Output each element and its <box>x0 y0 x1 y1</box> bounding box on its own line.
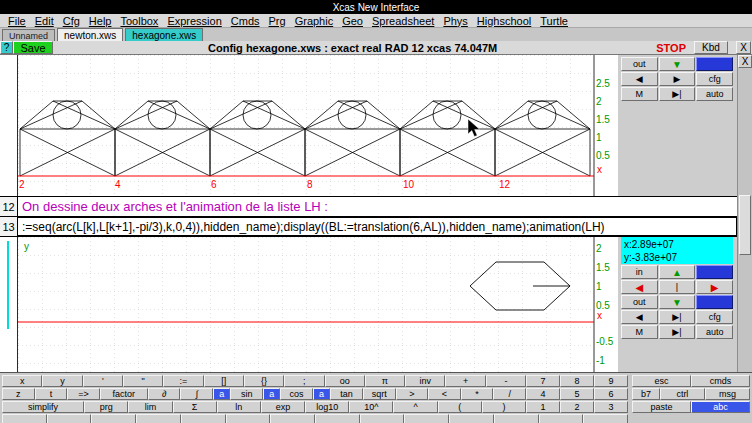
graph1-plot-area[interactable]: 2.5 2 1.5 1 0.5 2 4 6 8 10 12 <box>18 55 618 196</box>
keyboard-key[interactable]: y <box>42 375 82 387</box>
keyboard-key[interactable] <box>583 414 628 423</box>
comment-text[interactable]: On dessine deux arches et l'animation de… <box>18 197 737 216</box>
keyboard-key[interactable] <box>315 414 360 423</box>
keyboard-key[interactable] <box>449 414 494 423</box>
session-tab[interactable]: hexagone.xws <box>125 28 203 41</box>
graph-control-button[interactable]: M <box>621 87 658 101</box>
keyboard-key[interactable]: 9 <box>594 375 628 387</box>
keyboard-key[interactable]: factor <box>100 388 148 400</box>
keyboard-key[interactable]: sqrt <box>363 388 396 400</box>
menu-item[interactable]: Graphic <box>295 15 334 27</box>
menu-item[interactable]: Help <box>89 15 112 27</box>
keyboard-key[interactable] <box>226 414 271 423</box>
config-status[interactable]: Config hexagone.xws : exact real RAD 12 … <box>53 42 652 54</box>
keyboard-key[interactable]: sin <box>230 388 263 400</box>
keyboard-key[interactable]: log10 <box>305 401 349 413</box>
keyboard-key[interactable]: ∫ <box>180 388 213 400</box>
menu-item[interactable]: Edit <box>35 15 54 27</box>
keyboard-key[interactable]: paste <box>632 401 691 413</box>
graph-control-button[interactable]: M <box>621 325 658 339</box>
graph-control-button[interactable]: ▶ <box>696 280 733 294</box>
session-scrollbar[interactable]: X <box>737 55 752 372</box>
menu-item[interactable]: Cfg <box>63 15 80 27</box>
graph-control-button[interactable]: ▶| <box>659 310 696 324</box>
session-tab[interactable]: Unnamed <box>2 29 55 41</box>
menu-item[interactable]: Highschool <box>477 15 531 27</box>
menu-item[interactable]: Spreadsheet <box>372 15 434 27</box>
keyboard-key[interactable]: t <box>35 388 68 400</box>
keyboard-key[interactable]: * <box>461 388 494 400</box>
keyboard-key[interactable] <box>181 414 226 423</box>
keyboard-key[interactable] <box>360 414 405 423</box>
menu-item[interactable]: Toolbox <box>120 15 158 27</box>
graph2-plot-area[interactable]: y 2 1.5 1 0.5 -0.5 -1 x <box>18 237 618 372</box>
graph-control-button[interactable]: ▼ <box>659 57 696 71</box>
keyboard-key[interactable]: ( <box>438 401 482 413</box>
keyboard-key[interactable]: / <box>493 388 526 400</box>
keyboard-key[interactable]: exp <box>261 401 305 413</box>
keyboard-key[interactable]: := <box>163 375 203 387</box>
keyboard-key[interactable]: ln <box>217 401 261 413</box>
graph-control-button[interactable]: in <box>621 265 658 279</box>
keyboard-key[interactable]: - <box>486 375 526 387</box>
keyboard-key[interactable]: => <box>67 388 100 400</box>
keyboard-key[interactable]: > <box>396 388 429 400</box>
stop-button[interactable]: STOP <box>656 42 686 54</box>
kbd-toggle-button[interactable]: Kbd <box>694 41 728 54</box>
graph-control-button[interactable]: ▶| <box>659 87 696 101</box>
keyboard-key[interactable] <box>404 414 449 423</box>
keyboard-key[interactable]: lim <box>128 401 172 413</box>
keyboard-key[interactable]: simplify <box>2 401 84 413</box>
menu-item[interactable]: Phys <box>443 15 467 27</box>
keyboard-key[interactable]: tan <box>330 388 363 400</box>
keyboard-key[interactable]: 5 <box>560 388 594 400</box>
keyboard-key[interactable]: [] <box>204 375 244 387</box>
help-button[interactable]: ? <box>0 41 13 54</box>
command-input[interactable]: :=seq(arc(L[k],L[k+1],-pi/3),k,0,4)),hid… <box>18 217 737 236</box>
graph-control-button[interactable]: ▶| <box>659 325 696 339</box>
graph-control-button[interactable]: cfg <box>696 72 733 86</box>
keyboard-key[interactable]: oo <box>325 375 365 387</box>
keyboard-key[interactable]: Σ <box>173 401 217 413</box>
graph-control-button[interactable] <box>696 57 733 71</box>
keyboard-key[interactable]: abc <box>691 401 750 413</box>
keyboard-key[interactable]: ; <box>284 375 324 387</box>
graph-control-button[interactable] <box>696 295 733 309</box>
keyboard-key[interactable]: π <box>365 375 405 387</box>
graph-control-button[interactable]: auto <box>696 87 733 101</box>
keyboard-key[interactable]: x <box>2 375 42 387</box>
keyboard-key[interactable]: inv <box>405 375 445 387</box>
graph-control-button[interactable]: ▼ <box>659 295 696 309</box>
keyboard-key[interactable]: 4 <box>526 388 560 400</box>
graph-control-button[interactable]: auto <box>696 325 733 339</box>
keyboard-key[interactable]: + <box>445 375 485 387</box>
keyboard-key[interactable]: {} <box>244 375 284 387</box>
keyboard-key[interactable]: prg <box>84 401 128 413</box>
menu-item[interactable]: File <box>8 15 26 27</box>
keyboard-key[interactable]: ∂ <box>148 388 181 400</box>
keyboard-key[interactable]: cmds <box>691 375 750 387</box>
keyboard-key[interactable] <box>91 414 136 423</box>
keyboard-key[interactable] <box>270 414 315 423</box>
graph-control-button[interactable]: ◀ <box>621 72 658 86</box>
keyboard-key[interactable]: 7 <box>526 375 560 387</box>
menu-item[interactable]: Prg <box>269 15 286 27</box>
graph-control-button[interactable]: ◀ <box>621 280 658 294</box>
scrollbar-thumb[interactable] <box>739 195 751 255</box>
keyboard-key[interactable]: 2 <box>560 401 594 413</box>
keyboard-key[interactable]: ) <box>482 401 526 413</box>
keyboard-key[interactable]: 3 <box>594 401 628 413</box>
keyboard-key[interactable]: a <box>263 388 280 400</box>
session-tab[interactable]: newton.xws <box>57 28 123 41</box>
keyboard-key[interactable]: 6 <box>594 388 628 400</box>
menu-item[interactable]: Cmds <box>231 15 260 27</box>
graph-control-button[interactable]: ▶ <box>659 72 696 86</box>
keyboard-key[interactable] <box>136 414 181 423</box>
graph-control-button[interactable]: cfg <box>696 310 733 324</box>
keyboard-key[interactable]: esc <box>632 375 691 387</box>
keyboard-key[interactable] <box>2 414 47 423</box>
menu-item[interactable]: Geo <box>342 15 363 27</box>
graph-control-button[interactable]: out <box>621 295 658 309</box>
menu-item[interactable]: Turtle <box>540 15 568 27</box>
keyboard-key[interactable]: z <box>2 388 35 400</box>
